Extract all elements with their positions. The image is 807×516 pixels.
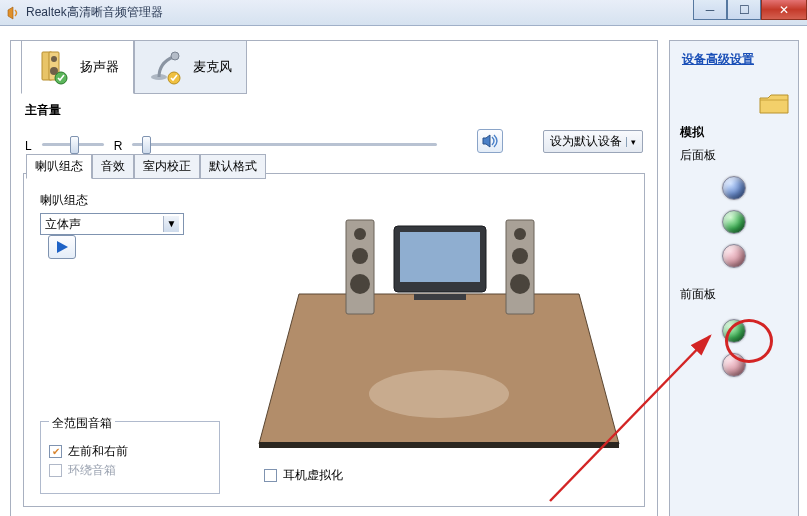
front-lr-label: 左前和右前 — [68, 443, 128, 460]
headphone-virtualization-row: 耳机虚拟化 — [264, 467, 343, 484]
volume-row: L R 设为默认设备 ▾ — [11, 119, 657, 159]
svg-point-2 — [51, 56, 57, 62]
headphone-virtualization-label: 耳机虚拟化 — [283, 467, 343, 484]
tab-microphone-label: 麦克风 — [193, 58, 232, 76]
main-volume-slider[interactable] — [132, 135, 467, 153]
mute-button[interactable] — [477, 129, 503, 153]
content-area: 扬声器 麦克风 主音量 L R — [0, 26, 807, 516]
tab-speaker-config[interactable]: 喇叭组态 — [26, 154, 92, 179]
full-range-group: 全范围音箱 ✔ 左前和右前 环绕音箱 — [40, 421, 220, 494]
maximize-button[interactable]: ☐ — [727, 0, 761, 20]
window-buttons: ─ ☐ ✕ — [693, 0, 807, 20]
svg-point-6 — [171, 52, 179, 60]
test-play-button[interactable] — [48, 235, 76, 259]
analog-title: 模拟 — [670, 120, 798, 145]
set-default-label: 设为默认设备 — [550, 133, 622, 150]
speaker-config-block: 喇叭组态 立体声 ▼ — [40, 192, 220, 259]
rear-jack-blue[interactable] — [722, 176, 746, 200]
minimize-button[interactable]: ─ — [693, 0, 727, 20]
config-tabs: 喇叭组态 音效 室内校正 默认格式 — [26, 154, 646, 179]
side-panel: 设备高级设置 模拟 后面板 前面板 — [669, 40, 799, 516]
chevron-down-icon: ▼ — [163, 216, 179, 232]
balance-right-label: R — [114, 139, 123, 153]
svg-point-20 — [514, 228, 526, 240]
speaker-config-select[interactable]: 立体声 ▼ — [40, 213, 184, 235]
svg-point-18 — [350, 274, 370, 294]
rear-panel-label: 后面板 — [670, 145, 798, 166]
svg-point-17 — [352, 248, 368, 264]
svg-point-22 — [510, 274, 530, 294]
advanced-settings-link[interactable]: 设备高级设置 — [670, 41, 798, 78]
tab-sound-effects[interactable]: 音效 — [92, 154, 134, 179]
volume-title: 主音量 — [25, 102, 643, 119]
main-panel: 扬声器 麦克风 主音量 L R — [10, 40, 658, 516]
device-tabs: 扬声器 麦克风 — [21, 40, 657, 94]
folder-icon[interactable] — [758, 93, 790, 115]
front-lr-checkbox[interactable]: ✔ — [49, 445, 62, 458]
close-button[interactable]: ✕ — [761, 0, 807, 20]
svg-marker-8 — [259, 294, 619, 444]
tab-speakers[interactable]: 扬声器 — [21, 40, 134, 94]
surround-checkbox — [49, 464, 62, 477]
chevron-down-icon: ▾ — [626, 137, 636, 147]
speaker-config-selected: 立体声 — [45, 216, 81, 233]
balance-slider[interactable] — [42, 135, 104, 153]
svg-point-21 — [512, 248, 528, 264]
rear-jack-pink[interactable] — [722, 244, 746, 268]
svg-point-16 — [354, 228, 366, 240]
tab-default-format[interactable]: 默认格式 — [200, 154, 266, 179]
config-frame: 喇叭组态 音效 室内校正 默认格式 喇叭组态 立体声 ▼ — [23, 173, 645, 507]
balance-left-label: L — [25, 139, 32, 153]
headphone-virtualization-checkbox[interactable] — [264, 469, 277, 482]
svg-point-10 — [369, 370, 509, 418]
room-preview — [254, 184, 624, 464]
tab-room-correction[interactable]: 室内校正 — [134, 154, 200, 179]
svg-rect-13 — [400, 232, 480, 282]
speaker-sound-icon — [481, 133, 499, 149]
annotation-circle — [725, 319, 773, 363]
rear-jack-green[interactable] — [722, 210, 746, 234]
tab-microphone[interactable]: 麦克风 — [134, 40, 247, 94]
speakers-icon — [36, 49, 72, 85]
front-panel-label: 前面板 — [670, 284, 798, 305]
set-default-device-button[interactable]: 设为默认设备 ▾ — [543, 130, 643, 153]
speaker-config-label: 喇叭组态 — [40, 192, 220, 209]
full-range-title: 全范围音箱 — [49, 415, 115, 432]
app-icon — [6, 6, 20, 20]
microphone-icon — [149, 49, 185, 85]
play-icon — [55, 240, 69, 254]
title-bar: Realtek高清晰音频管理器 ─ ☐ ✕ — [0, 0, 807, 26]
svg-rect-11 — [259, 442, 619, 448]
svg-rect-14 — [414, 294, 466, 300]
window-title: Realtek高清晰音频管理器 — [26, 4, 163, 21]
tab-speakers-label: 扬声器 — [80, 58, 119, 76]
surround-label: 环绕音箱 — [68, 462, 116, 479]
